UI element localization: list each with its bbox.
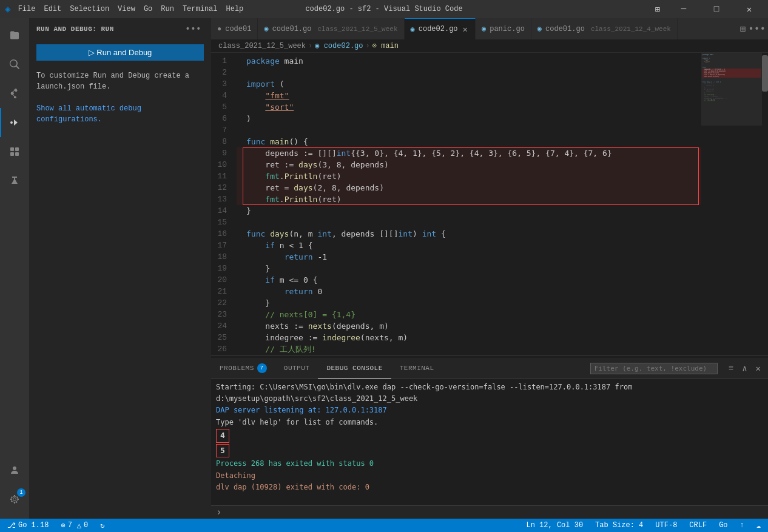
filter-input[interactable] bbox=[590, 363, 718, 374]
console-line: Detaching bbox=[216, 470, 763, 482]
console-line: Process 268 has exited with status 0 bbox=[216, 458, 763, 470]
code-line-22: } bbox=[237, 297, 701, 309]
menu-go[interactable]: Go bbox=[144, 5, 152, 13]
menu-run[interactable]: Run bbox=[161, 5, 174, 13]
panel-filter bbox=[585, 363, 723, 374]
scrollbar-thumb[interactable] bbox=[762, 55, 768, 92]
status-eol[interactable]: CRLF bbox=[687, 519, 709, 532]
activity-bottom: 1 bbox=[0, 456, 29, 519]
status-sync[interactable]: ↻ bbox=[98, 519, 107, 532]
line-number-1: 1 bbox=[211, 55, 232, 67]
run-button-container: ▷ Run and Debug bbox=[29, 39, 211, 66]
encoding-label: UTF-8 bbox=[655, 521, 677, 530]
sidebar-header-actions: ••• bbox=[183, 23, 204, 35]
line-number-23: 23 bbox=[211, 309, 232, 320]
status-notification[interactable]: ☁ bbox=[754, 519, 763, 532]
main-layout: 1 RUN AND DEBUG: RUN ••• ▷ Run and Debug… bbox=[0, 18, 768, 519]
tab-code01[interactable]: ● code01 bbox=[211, 18, 258, 39]
activity-run-debug[interactable] bbox=[0, 108, 29, 137]
status-branch[interactable]: ⎇ Go 1.18 bbox=[5, 519, 51, 532]
tab-code02-go[interactable]: ◉ code02.go ✕ bbox=[405, 18, 476, 39]
panel-content: Starting: C:\Users\MSI\go\bin\dlv.exe da… bbox=[211, 379, 768, 505]
editor-scrollbar[interactable] bbox=[762, 53, 768, 355]
tab-panic-go[interactable]: ◉ panic.go bbox=[476, 18, 531, 39]
console-line: Starting: C:\Users\MSI\go\bin\dlv.exe da… bbox=[216, 382, 763, 405]
minimap-slider[interactable] bbox=[701, 53, 762, 126]
more-tabs-icon[interactable]: ••• bbox=[748, 24, 766, 35]
code-editor[interactable]: 1234567891011121314151617181920212223242… bbox=[211, 53, 768, 355]
status-upload[interactable]: ↑ bbox=[738, 519, 747, 532]
show-configs-link[interactable]: Show all automatic debug configurations. bbox=[36, 104, 141, 124]
tab-code01-go-week5[interactable]: ◉ code01.go class_2021_12_5_week bbox=[258, 18, 404, 39]
status-indent[interactable]: Tab Size: 4 bbox=[593, 519, 645, 532]
breadcrumb: class_2021_12_5_week › ◉ code02.go › ⊙ m… bbox=[211, 39, 768, 53]
activity-extensions[interactable] bbox=[0, 137, 29, 166]
menu-edit[interactable]: Edit bbox=[44, 5, 61, 13]
activity-account[interactable] bbox=[0, 456, 29, 485]
console-boxed-values: 45 bbox=[216, 428, 763, 459]
debug-console-tab-label: DEBUG CONSOLE bbox=[326, 365, 382, 372]
panel-tab-terminal[interactable]: TERMINAL bbox=[391, 358, 443, 379]
activity-settings[interactable]: 1 bbox=[0, 485, 29, 514]
panel-tab-output[interactable]: OUTPUT bbox=[275, 358, 318, 379]
code-line-15 bbox=[237, 217, 701, 228]
code-line-5: "sort" bbox=[237, 101, 701, 113]
status-language[interactable]: Go bbox=[716, 519, 730, 532]
run-and-debug-button[interactable]: ▷ Run and Debug bbox=[36, 44, 204, 61]
line-number-21: 21 bbox=[211, 286, 232, 297]
menu-terminal[interactable]: Terminal bbox=[183, 5, 218, 13]
breadcrumb-symbol[interactable]: ⊙ main bbox=[372, 41, 399, 50]
code-content[interactable]: package main import ( "fmt" "sort") func… bbox=[237, 53, 701, 355]
position-label: Ln 12, Col 30 bbox=[526, 521, 583, 530]
sidebar-more-button[interactable]: ••• bbox=[183, 23, 204, 35]
status-encoding[interactable]: UTF-8 bbox=[653, 519, 679, 532]
branch-label: Go 1.18 bbox=[18, 521, 49, 530]
activity-explorer[interactable] bbox=[0, 21, 29, 50]
tab-code01go-week4-label: code01.go bbox=[545, 25, 585, 33]
close-button[interactable]: ✕ bbox=[735, 0, 763, 18]
panel-prompt-arrow[interactable]: › bbox=[216, 507, 222, 518]
menu-help[interactable]: Help bbox=[226, 5, 244, 13]
line-number-6: 6 bbox=[211, 113, 232, 124]
panel-close-icon[interactable]: ✕ bbox=[753, 362, 763, 375]
line-number-13: 13 bbox=[211, 194, 232, 205]
menu-view[interactable]: View bbox=[118, 5, 135, 13]
status-position[interactable]: Ln 12, Col 30 bbox=[524, 519, 585, 532]
panel-tab-debug-console[interactable]: DEBUG CONSOLE bbox=[318, 358, 391, 379]
minimap[interactable]: package main import ( "fmt" "sort" ) fun… bbox=[701, 53, 762, 355]
panel-lines-icon[interactable]: ≡ bbox=[726, 362, 736, 374]
tab-code02go-close[interactable]: ✕ bbox=[462, 23, 469, 36]
console-line: Type 'dlv help' for list of commands. bbox=[216, 417, 763, 428]
eol-label: CRLF bbox=[689, 521, 707, 530]
svg-rect-3 bbox=[10, 152, 14, 156]
activity-search[interactable] bbox=[0, 50, 29, 79]
panel-up-icon[interactable]: ∧ bbox=[739, 362, 749, 375]
layout-icon: ⊞ bbox=[655, 4, 660, 15]
line-number-25: 25 bbox=[211, 332, 232, 343]
problems-badge: 7 bbox=[257, 363, 267, 373]
status-right: Ln 12, Col 30 Tab Size: 4 UTF-8 CRLF Go … bbox=[524, 519, 763, 532]
breadcrumb-folder[interactable]: class_2021_12_5_week bbox=[218, 42, 306, 50]
maximize-button[interactable]: □ bbox=[702, 0, 730, 18]
svg-point-5 bbox=[13, 466, 16, 470]
tabs-bar: ● code01 ◉ code01.go class_2021_12_5_wee… bbox=[211, 18, 768, 39]
svg-rect-2 bbox=[15, 147, 19, 151]
code-line-18: return -1 bbox=[237, 251, 701, 263]
line-numbers: 1234567891011121314151617181920212223242… bbox=[211, 53, 237, 355]
code-line-6: ) bbox=[237, 113, 701, 124]
panel-tab-right-actions: ≡ ∧ ✕ bbox=[585, 358, 768, 379]
code-line-13: fmt.Println(ret) bbox=[237, 194, 701, 205]
menu-selection[interactable]: Selection bbox=[70, 5, 109, 13]
activity-testing[interactable] bbox=[0, 166, 29, 195]
menu-file[interactable]: File bbox=[18, 5, 36, 13]
split-editor-icon[interactable]: ⊞ bbox=[740, 23, 746, 35]
activity-source-control[interactable] bbox=[0, 79, 29, 108]
breadcrumb-file[interactable]: ◉ code02.go bbox=[315, 41, 363, 50]
line-number-18: 18 bbox=[211, 251, 232, 263]
status-errors[interactable]: ⊗ 7 △ 0 bbox=[58, 519, 90, 532]
code-line-23: // nexts[0] = {1,4} bbox=[237, 309, 701, 320]
sidebar: RUN AND DEBUG: RUN ••• ▷ Run and Debug T… bbox=[29, 18, 211, 519]
minimize-button[interactable]: ─ bbox=[670, 0, 698, 18]
tab-code01-go-week4[interactable]: ◉ code01.go class_2021_12_4_week bbox=[531, 18, 678, 39]
panel-tab-problems[interactable]: PROBLEMS 7 bbox=[211, 358, 275, 379]
